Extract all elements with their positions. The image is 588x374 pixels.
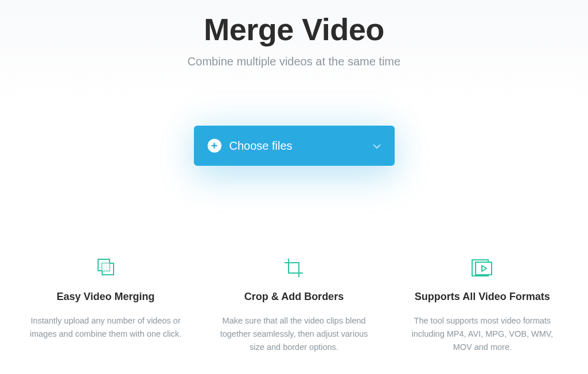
video-play-icon: [404, 258, 560, 278]
choose-files-label: Choose files: [229, 139, 373, 153]
feature-desc: The tool supports most video formats inc…: [404, 314, 560, 354]
svg-rect-3: [102, 263, 110, 271]
feature-desc: Instantly upload any number of videos or…: [28, 314, 184, 341]
choose-files-button[interactable]: + Choose files: [194, 126, 395, 166]
feature-crop-borders: Crop & Add Borders Make sure that all th…: [200, 258, 388, 354]
feature-title: Easy Video Merging: [28, 291, 184, 303]
feature-easy-merging: Easy Video Merging Instantly upload any …: [11, 258, 200, 354]
feature-desc: Make sure that all the video clips blend…: [216, 314, 372, 354]
feature-formats: Supports All Video Formats The tool supp…: [388, 258, 577, 354]
page-subtitle: Combine multiple videos at the same time: [0, 55, 588, 68]
svg-rect-5: [476, 262, 492, 275]
merge-icon: [28, 258, 184, 278]
page-title: Merge Video: [0, 11, 588, 47]
plus-icon: +: [208, 139, 221, 153]
feature-title: Supports All Video Formats: [404, 291, 560, 303]
feature-title: Crop & Add Borders: [216, 291, 372, 303]
crop-icon: [216, 258, 372, 278]
chevron-down-icon[interactable]: [373, 141, 381, 150]
